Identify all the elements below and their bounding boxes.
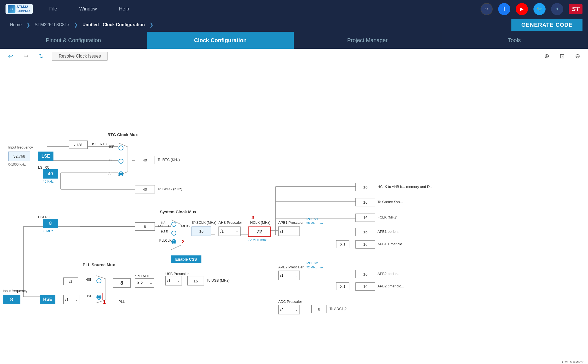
tab-pinout[interactable]: Pinout & Configuration xyxy=(0,32,147,49)
menu-file[interactable]: File xyxy=(49,6,57,12)
to-iwdg-label: To IWDG (KHz) xyxy=(158,187,182,191)
annotation-2: 2 xyxy=(182,239,185,245)
cortex-value: 16 xyxy=(355,198,375,206)
tab-project[interactable]: Project Manager xyxy=(294,32,441,49)
enable-css-button[interactable]: Enable CSS xyxy=(171,255,201,263)
footer-text: C:\STM ©Morar... xyxy=(560,360,588,364)
refresh-button[interactable]: ↻ xyxy=(36,51,46,61)
menu-window[interactable]: Window xyxy=(79,6,97,12)
system-clock-mux-label: System Clock Mux xyxy=(160,209,196,214)
hse-block: HSE xyxy=(40,295,55,304)
hclk-label: HCLK (MHz) xyxy=(250,220,271,225)
apb1-presc-dropdown[interactable]: /1 xyxy=(278,227,300,236)
ahb-presc-dropdown[interactable]: /1 xyxy=(219,227,241,236)
apb1-presc-label: APB1 Prescaler xyxy=(278,220,304,225)
rtc-mux-hse-label: HSE xyxy=(107,145,114,149)
youtube-icon[interactable]: ▶ xyxy=(516,3,528,15)
tab-tools[interactable]: Tools xyxy=(441,32,588,49)
lsi-value-block: 40 xyxy=(43,169,58,179)
apb2-periph-label: APB2 periph... xyxy=(377,272,401,276)
twitter-icon[interactable]: 🐦 xyxy=(533,3,546,15)
to-rtc-value: 40 xyxy=(135,156,155,164)
fit-button[interactable]: ⊡ xyxy=(557,51,567,61)
logo-cubemx: CubeMX xyxy=(17,9,31,13)
input-freq-value-1[interactable]: 32.768 xyxy=(8,152,30,161)
redo-button[interactable]: ↪ xyxy=(21,51,31,61)
system-mux-radio-pll[interactable] xyxy=(171,239,176,244)
hclk-value[interactable]: 72 xyxy=(248,227,271,237)
adc-presc-dropdown[interactable]: /2 xyxy=(278,305,300,314)
annotation-3: 3 xyxy=(252,215,254,221)
div2-block: /2 xyxy=(63,277,78,285)
breadcrumb-home[interactable]: Home xyxy=(6,22,26,27)
pll-src-hsi-label: HSI xyxy=(85,278,91,282)
rtc-mux-lse-label: LSE xyxy=(107,158,114,162)
apb2-timer-x1: X 1 xyxy=(336,282,349,290)
toolbar: ↩ ↪ ↻ Resolve Clock Issues ⊕ ⊡ ⊖ xyxy=(0,49,588,64)
adc-value: 8 xyxy=(311,305,327,313)
resolve-clock-button[interactable]: Resolve Clock Issues xyxy=(52,52,108,61)
hsi-value-block: 8 xyxy=(43,219,58,228)
to-flitfclk-value: 8 xyxy=(135,222,155,231)
annotation-1-box xyxy=(95,293,103,300)
usb-presc-dropdown[interactable]: /1 xyxy=(165,276,182,285)
badge-icon[interactable]: 10 xyxy=(481,3,493,15)
sysclk-value[interactable]: 16 xyxy=(191,227,211,236)
sys-mux-hsi-label: HSI xyxy=(161,221,166,225)
pclk2-label: PCLK2 xyxy=(306,261,318,265)
pll-mul-dropdown[interactable]: X 2 xyxy=(135,278,154,288)
div128-block: / 128 xyxy=(69,141,88,149)
adc-label: To ADC1,2 xyxy=(330,307,347,311)
top-bar: ⬡ STM32 CubeMX File Window Help 10 f ▶ 🐦… xyxy=(0,0,588,18)
lsi-unit: 40 KHz xyxy=(43,180,53,184)
pll-source-radio-hsi[interactable] xyxy=(96,278,101,283)
input-freq-unit-1: 0-1000 KHz xyxy=(8,163,26,166)
fclk-label: FCLK (MHz) xyxy=(377,215,397,219)
undo-button[interactable]: ↩ xyxy=(6,51,15,61)
pll-src-hse-label: HSE xyxy=(85,294,92,298)
rtc-mux-radio-lse[interactable] xyxy=(118,159,123,164)
pll-source-value[interactable]: 8 xyxy=(113,278,131,288)
logo-stm32: STM32 xyxy=(17,5,31,9)
st-icon[interactable]: ST xyxy=(569,4,582,14)
rtc-mux-radio-lsi[interactable] xyxy=(118,171,123,176)
menu-help[interactable]: Help xyxy=(119,6,129,12)
system-mux-radio-hsi[interactable] xyxy=(171,222,176,227)
fclk-value: 16 xyxy=(355,214,375,222)
apb2-presc-dropdown[interactable]: /1 xyxy=(278,271,300,280)
rtc-mux-lsi-label: LSI xyxy=(107,171,112,175)
facebook-icon[interactable]: f xyxy=(498,3,510,15)
zoom-in-button[interactable]: ⊕ xyxy=(542,51,552,61)
generate-code-button[interactable]: GENERATE CODE xyxy=(511,19,582,31)
system-mux-radio-hse[interactable] xyxy=(171,231,176,236)
pclk2-max: 72 MHz max xyxy=(306,266,323,269)
apb2-presc-label: APB2 Prescaler xyxy=(278,265,304,269)
apb2-timer-value: 16 xyxy=(355,282,375,291)
breadcrumb-arrow-3: ❯ xyxy=(149,22,153,28)
input-freq-value-2[interactable]: 8 xyxy=(3,295,20,304)
breadcrumb-project[interactable]: Untitled - Clock Configuration xyxy=(78,22,149,27)
apb1-timer-value: 16 xyxy=(355,240,375,249)
breadcrumb-device[interactable]: STM32F103C8Tx xyxy=(30,22,74,27)
rtc-mux-radio-hse[interactable] xyxy=(118,145,123,150)
tab-clock[interactable]: Clock Configuration xyxy=(147,32,294,49)
usb-presc-label: USB Prescaler xyxy=(165,272,189,276)
sysclk-label: SYSCLK (MHz) xyxy=(191,220,216,225)
breadcrumb-arrow-1: ❯ xyxy=(26,22,30,28)
div1-pll-dropdown[interactable]: /1 xyxy=(63,295,80,304)
apb1-periph-value: 16 xyxy=(355,228,375,236)
top-icons: 10 f ▶ 🐦 ✦ ST xyxy=(481,3,582,15)
breadcrumb-bar: Home ❯ STM32F103C8Tx ❯ Untitled - Clock … xyxy=(0,18,588,32)
adc-presc-label: ADC Prescaler xyxy=(278,300,302,304)
zoom-out-button[interactable]: ⊖ xyxy=(573,51,582,61)
pclk1-label: PCLK1 xyxy=(306,217,318,221)
apb2-periph-value: 16 xyxy=(355,270,375,278)
to-usb-value: 16 xyxy=(187,276,204,285)
hse-rtc-label: HSE_RTC xyxy=(90,142,107,146)
cortex-label: To Cortex Sys... xyxy=(377,200,403,204)
hsi-unit: 8 MHz xyxy=(44,229,53,233)
network-icon[interactable]: ✦ xyxy=(551,3,563,15)
logo-box: ⬡ STM32 CubeMX xyxy=(6,4,33,14)
lse-block: LSE xyxy=(38,152,53,161)
sys-mux-pll-label: PLLCLK xyxy=(159,239,172,242)
